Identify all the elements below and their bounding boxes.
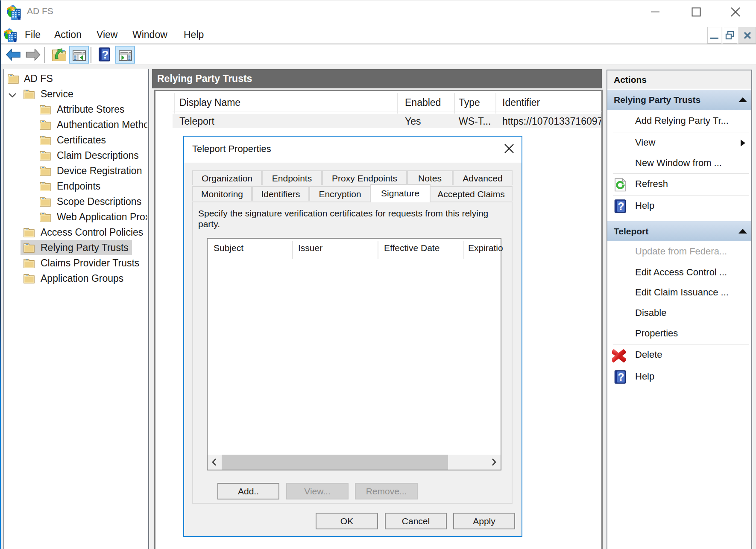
svg-text:?: ?	[102, 48, 109, 61]
svg-text:?: ?	[618, 371, 624, 383]
svg-text:?: ?	[618, 200, 624, 212]
